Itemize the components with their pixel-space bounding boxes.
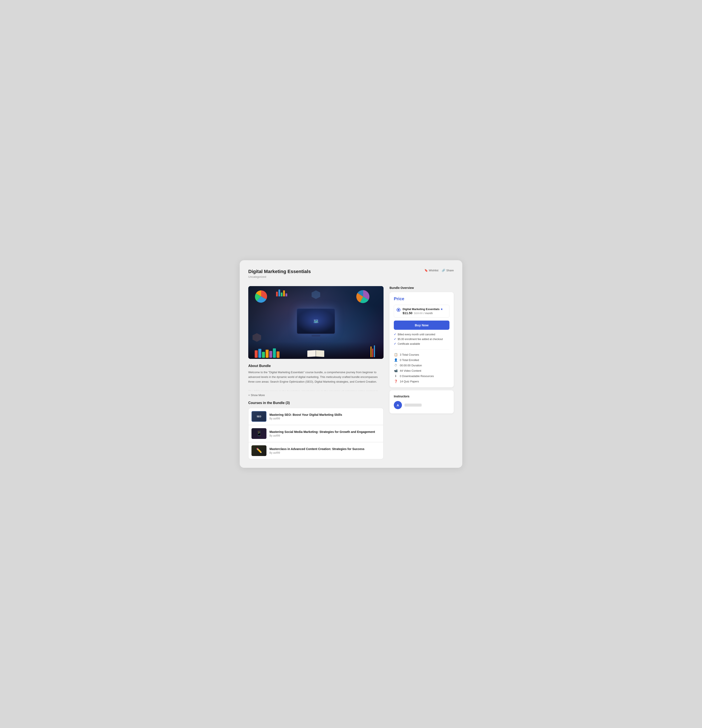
instructors-title: Instructors bbox=[394, 394, 449, 398]
courses-list: SEO Mastering SEO: Boost Your Digital Ma… bbox=[248, 408, 384, 459]
course-thumb-1: SEO bbox=[251, 411, 266, 422]
hero-image: 🗺️ bbox=[248, 286, 384, 359]
star-icon: ★ bbox=[441, 308, 443, 311]
hero-monitor: 🗺️ bbox=[297, 308, 335, 334]
course-item-2[interactable]: 📱 Mastering Social Media Marketing: Stra… bbox=[248, 425, 383, 442]
stats-list: 📋 3 Total Courses 👤 0 Total Enrolled ⏱ 0… bbox=[394, 349, 449, 383]
show-more-label: Show More bbox=[251, 394, 265, 397]
right-column: Bundle Overview Price Digital Marketing … bbox=[390, 286, 454, 413]
price-original: $18.00 bbox=[414, 312, 423, 315]
header-row: Digital Marketing Essentials Uncategoriz… bbox=[248, 269, 454, 282]
benefit-label-1: Billed every month until canceled bbox=[398, 333, 435, 336]
course-name-2: Mastering Social Media Marketing: Strate… bbox=[269, 430, 375, 433]
instructor-name bbox=[404, 404, 422, 407]
course-author-2: By asif99 bbox=[269, 434, 375, 437]
stat-item-enrolled: 👤 0 Total Enrolled bbox=[394, 358, 449, 362]
stat-item-downloads: ⬇ 0 Downloadable Resources bbox=[394, 374, 449, 378]
benefit-item-1: ✓ Billed every month until canceled bbox=[394, 333, 449, 336]
course-info-3: Masterclass in Advanced Content Creation… bbox=[269, 447, 364, 454]
check-icon-3: ✓ bbox=[394, 342, 396, 345]
stat-label-downloads: 0 Downloadable Resources bbox=[400, 374, 434, 378]
about-section: About Bundle Welcome to the "Digital Mar… bbox=[248, 364, 384, 397]
video-icon: 📹 bbox=[394, 369, 398, 372]
open-book bbox=[307, 350, 325, 357]
course-thumb-3: ✏️ bbox=[251, 445, 266, 456]
course-info-1: Mastering SEO: Boost Your Digital Market… bbox=[269, 413, 342, 420]
radio-inner bbox=[398, 309, 399, 311]
stat-label-duration: 00:00:00 Duration bbox=[400, 364, 422, 367]
stat-item-quiz: ❓ 14 Quiz Papers bbox=[394, 380, 449, 383]
stat-item-duration: ⏱ 00:00:00 Duration bbox=[394, 364, 449, 367]
plus-icon: + bbox=[248, 394, 250, 397]
stat-item-courses: 📋 3 Total Courses bbox=[394, 353, 449, 356]
price-amount: $11.50 $18.00 / month bbox=[403, 311, 443, 315]
show-more-button[interactable]: + Show More bbox=[248, 394, 265, 397]
benefit-item-2: ✓ $5.00 enrollment fee added at checkout bbox=[394, 338, 449, 341]
benefit-item-3: ✓ Certificate available bbox=[394, 342, 449, 345]
price-option-details: Digital Marketing Essentials ★ $11.50 $1… bbox=[403, 308, 443, 315]
page-container: Digital Marketing Essentials Uncategoriz… bbox=[240, 260, 462, 468]
pie-chart-right bbox=[356, 289, 371, 304]
header-actions: 🔖 Wishlist 🔗 Share bbox=[425, 269, 454, 272]
buy-now-button[interactable]: Buy Now bbox=[394, 321, 449, 330]
course-item-3[interactable]: ✏️ Masterclass in Advanced Content Creat… bbox=[248, 442, 383, 459]
duration-icon: ⏱ bbox=[394, 364, 398, 367]
about-text: Welcome to the "Digital Marketing Essent… bbox=[248, 370, 384, 391]
page-category: Uncategorized bbox=[248, 275, 311, 279]
instructors-card: Instructors A bbox=[390, 390, 454, 413]
course-name-3: Masterclass in Advanced Content Creation… bbox=[269, 447, 364, 451]
price-option[interactable]: Digital Marketing Essentials ★ $11.50 $1… bbox=[394, 305, 449, 318]
courses-section: Courses in the Bundle (3) SEO Mastering … bbox=[248, 401, 384, 459]
benefit-label-2: $5.00 enrollment fee added at checkout bbox=[398, 338, 443, 341]
about-title: About Bundle bbox=[248, 364, 384, 368]
price-period: / month bbox=[423, 312, 433, 315]
courses-icon: 📋 bbox=[394, 353, 398, 356]
page-header: Digital Marketing Essentials Uncategoriz… bbox=[248, 269, 311, 279]
stat-label-courses: 3 Total Courses bbox=[400, 353, 419, 356]
download-icon: ⬇ bbox=[394, 374, 398, 378]
pencils bbox=[370, 345, 375, 357]
check-icon-2: ✓ bbox=[394, 338, 396, 341]
left-column: 🗺️ bbox=[248, 286, 384, 459]
stat-label-video: 44 Video Content bbox=[400, 369, 421, 372]
course-thumb-2: 📱 bbox=[251, 428, 266, 439]
books-row bbox=[255, 348, 280, 358]
course-info-2: Mastering Social Media Marketing: Strate… bbox=[269, 430, 375, 437]
course-item-1[interactable]: SEO Mastering SEO: Boost Your Digital Ma… bbox=[248, 408, 383, 425]
stat-label-enrolled: 0 Total Enrolled bbox=[400, 358, 419, 362]
radio-button[interactable] bbox=[397, 308, 400, 312]
stat-item-video: 📹 44 Video Content bbox=[394, 369, 449, 372]
hero-image-inner: 🗺️ bbox=[248, 286, 384, 359]
price-card: Price Digital Marketing Essentials ★ $11… bbox=[390, 292, 454, 387]
course-name-1: Mastering SEO: Boost Your Digital Market… bbox=[269, 413, 342, 416]
hex-shape-top bbox=[312, 290, 320, 299]
wishlist-label: Wishlist bbox=[429, 269, 439, 272]
course-author-3: By asif99 bbox=[269, 451, 364, 454]
pie-chart-left bbox=[255, 290, 267, 303]
check-icon-1: ✓ bbox=[394, 333, 396, 336]
share-icon: 🔗 bbox=[442, 269, 445, 272]
quiz-icon: ❓ bbox=[394, 380, 398, 383]
wishlist-button[interactable]: 🔖 Wishlist bbox=[425, 269, 439, 272]
monitor-container: 🗺️ bbox=[297, 308, 335, 334]
main-content: 🗺️ bbox=[248, 286, 454, 459]
enrolled-icon: 👤 bbox=[394, 358, 398, 362]
courses-section-title: Courses in the Bundle (3) bbox=[248, 401, 384, 405]
bundle-overview-title: Bundle Overview bbox=[390, 286, 454, 290]
hex-shape-bottom-left bbox=[253, 333, 261, 342]
page-title: Digital Marketing Essentials bbox=[248, 269, 311, 274]
bar-chart-left bbox=[276, 290, 287, 296]
benefit-label-3: Certificate available bbox=[398, 342, 420, 345]
benefit-list: ✓ Billed every month until canceled ✓ $5… bbox=[394, 333, 449, 345]
course-author-1: By asif99 bbox=[269, 417, 342, 420]
price-card-title: Price bbox=[394, 296, 449, 301]
price-option-name: Digital Marketing Essentials ★ bbox=[403, 308, 443, 311]
share-label: Share bbox=[446, 269, 454, 272]
stat-label-quiz: 14 Quiz Papers bbox=[400, 380, 419, 383]
share-button[interactable]: 🔗 Share bbox=[442, 269, 454, 272]
monitor-screen: 🗺️ bbox=[297, 309, 335, 334]
bookmark-icon: 🔖 bbox=[425, 269, 428, 272]
instructor-avatar: A bbox=[394, 401, 402, 409]
instructor-row: A bbox=[394, 401, 449, 409]
